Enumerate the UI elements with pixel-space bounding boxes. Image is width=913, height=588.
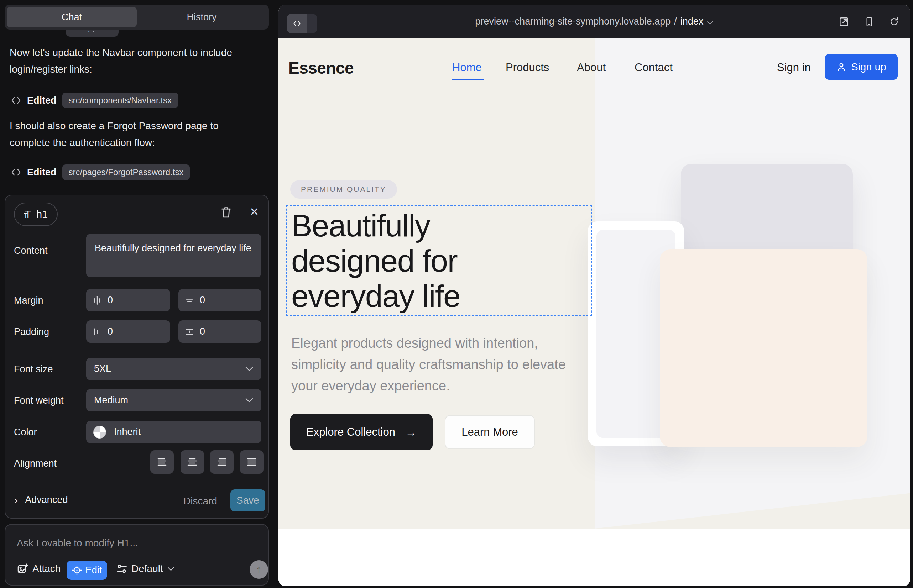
align-justify-icon	[246, 457, 257, 467]
app-window: Chat History ·· Now let's update the Nav…	[0, 0, 913, 588]
font-size-label: Font size	[14, 364, 53, 375]
padding-x-value: 0	[108, 326, 113, 337]
target-icon	[72, 565, 82, 575]
hero-paragraph: Elegant products designed with intention…	[291, 333, 594, 396]
file-chip[interactable]: src/pages/ForgotPassword.tsx	[62, 165, 190, 180]
margin-label: Margin	[14, 295, 44, 306]
close-icon[interactable]: ✕	[249, 206, 259, 218]
margin-x-icon	[92, 296, 102, 305]
padding-y-value: 0	[200, 326, 205, 337]
color-value: Inherit	[114, 426, 141, 438]
send-button[interactable]: ↑	[249, 560, 268, 579]
decorative-card-cream	[660, 249, 868, 447]
tab-history[interactable]: History	[137, 7, 267, 27]
mode-select[interactable]: Default	[117, 563, 175, 575]
padding-x-input[interactable]: 0	[86, 320, 170, 343]
sign-in-link[interactable]: Sign in	[777, 61, 811, 74]
chevron-down-icon	[245, 397, 254, 403]
align-justify-button[interactable]	[240, 450, 264, 474]
content-input[interactable]: Beautifully designed for everyday life	[86, 234, 261, 277]
mode-label: Default	[131, 563, 163, 575]
site-logo[interactable]: Essence	[288, 58, 354, 78]
site-page: Essence Home Products About Contact Sign…	[278, 39, 910, 586]
font-weight-value: Medium	[94, 395, 128, 406]
attach-label: Attach	[32, 563, 60, 575]
typography-icon: тT	[24, 208, 31, 220]
save-button[interactable]: Save	[230, 489, 265, 512]
arrow-up-icon: ↑	[256, 564, 262, 575]
open-external-icon[interactable]	[838, 16, 850, 27]
chevron-down-icon[interactable]	[707, 21, 713, 25]
edited-label: Edited	[27, 95, 57, 106]
discard-button[interactable]: Discard	[183, 496, 217, 507]
align-left-button[interactable]	[150, 450, 174, 474]
composer-input[interactable]: Ask Lovable to modify H1...	[17, 538, 138, 549]
url-page: index	[680, 16, 704, 27]
align-center-button[interactable]	[181, 450, 204, 474]
nav-link-contact[interactable]: Contact	[635, 61, 673, 74]
margin-y-icon	[185, 296, 194, 305]
alignment-label: Alignment	[14, 458, 57, 469]
refresh-icon[interactable]	[889, 16, 900, 27]
font-size-value: 5XL	[94, 363, 111, 375]
chat-composer[interactable]: Ask Lovable to modify H1... Attach Edit …	[5, 524, 269, 585]
margin-y-input[interactable]: 0	[178, 289, 261, 312]
code-icon	[11, 168, 21, 177]
font-weight-label: Font weight	[14, 395, 64, 406]
sliders-icon	[117, 564, 127, 574]
user-icon	[837, 62, 847, 72]
element-tag: h1	[36, 208, 48, 220]
edit-mode-button[interactable]: Edit	[66, 561, 107, 580]
chevron-down-icon	[167, 567, 175, 571]
align-right-icon	[217, 457, 227, 467]
tab-chat[interactable]: Chat	[7, 7, 137, 27]
nav-link-home[interactable]: Home	[452, 61, 482, 74]
color-swatch	[93, 426, 106, 438]
sign-up-label: Sign up	[851, 61, 886, 73]
advanced-label: Advanced	[25, 494, 68, 506]
learn-more-button[interactable]: Learn More	[445, 415, 535, 449]
edited-file-row[interactable]: Edited src/components/Navbar.tsx	[11, 92, 178, 108]
content-label: Content	[14, 245, 48, 256]
align-center-icon	[187, 457, 197, 467]
url-separator: /	[674, 16, 677, 27]
chat-history-tabs: Chat History	[5, 5, 269, 29]
padding-x-icon	[92, 327, 102, 336]
code-icon	[11, 96, 21, 105]
delete-element-button[interactable]	[220, 205, 233, 219]
collapsed-chip[interactable]: ··	[66, 29, 118, 37]
file-chip[interactable]: src/components/Navbar.tsx	[62, 92, 178, 108]
element-editor-panel: тT h1 ✕ Content Beautifully designed for…	[5, 195, 269, 519]
mobile-view-icon[interactable]	[864, 16, 874, 27]
attach-image-icon	[17, 563, 28, 575]
selection-overlay	[286, 205, 592, 316]
margin-x-value: 0	[108, 295, 113, 306]
advanced-toggle[interactable]: › Advanced	[14, 494, 68, 506]
color-select[interactable]: Inherit	[86, 421, 261, 443]
padding-label: Padding	[14, 326, 49, 338]
edited-file-row[interactable]: Edited src/pages/ForgotPassword.tsx	[11, 165, 190, 180]
selected-element-pill: тT h1	[14, 202, 58, 226]
chevron-down-icon	[245, 366, 254, 372]
nav-link-about[interactable]: About	[577, 61, 606, 74]
margin-x-input[interactable]: 0	[86, 289, 170, 312]
font-weight-select[interactable]: Medium	[86, 389, 261, 412]
align-right-button[interactable]	[210, 450, 233, 474]
padding-y-icon	[185, 327, 194, 336]
url-bar[interactable]: preview--charming-site-symphony.lovable.…	[278, 5, 910, 39]
align-left-icon	[157, 457, 167, 467]
explore-collection-button[interactable]: Explore Collection →	[290, 414, 433, 450]
arrow-right-icon: →	[405, 426, 417, 439]
edit-label: Edit	[86, 565, 102, 576]
font-size-select[interactable]: 5XL	[86, 358, 261, 380]
padding-y-input[interactable]: 0	[178, 320, 261, 343]
sign-up-button[interactable]: Sign up	[825, 54, 898, 80]
attach-button[interactable]: Attach	[17, 563, 60, 575]
chevron-right-icon: ›	[14, 494, 18, 506]
chat-message: Now let's update the Navbar component to…	[10, 44, 244, 78]
explore-collection-label: Explore Collection	[306, 426, 395, 438]
edited-label: Edited	[27, 167, 57, 178]
chat-message: I should also create a Forgot Password p…	[10, 118, 244, 151]
nav-link-products[interactable]: Products	[506, 61, 549, 74]
nav-active-underline	[452, 79, 484, 81]
